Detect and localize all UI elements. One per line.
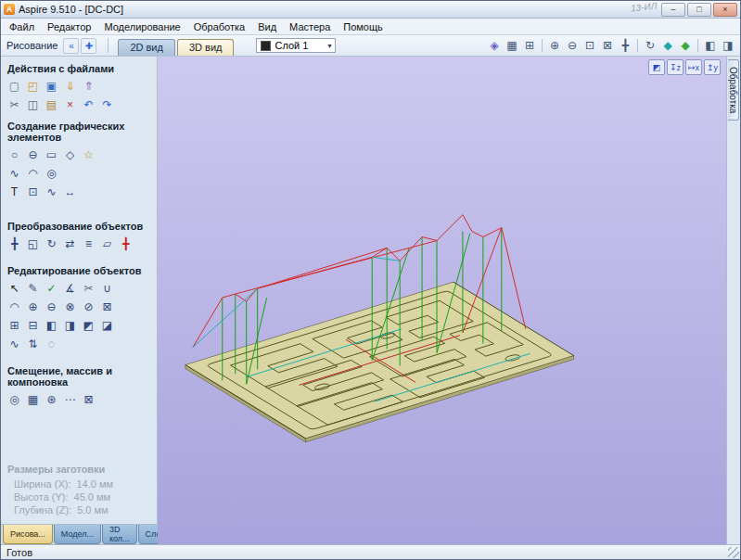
measure-icon[interactable]: ∡ — [61, 280, 79, 297]
toggle-left-panel-icon[interactable]: ◧ — [702, 37, 719, 54]
save-file-icon[interactable]: ▣ — [43, 78, 60, 95]
bottom-tab[interactable]: 3D кол... — [102, 525, 137, 544]
view-along-y-icon[interactable]: ↥y — [704, 59, 721, 75]
export-file-icon[interactable]: ⇑ — [80, 78, 97, 95]
fillet-icon[interactable]: ◠ — [6, 299, 23, 315]
resize-grip[interactable] — [728, 547, 739, 558]
isometric-view-icon[interactable]: ◩ — [648, 59, 665, 75]
toolbar-icon[interactable] — [542, 39, 543, 52]
polyline-icon[interactable]: ∿ — [6, 165, 23, 182]
circular-copy-icon[interactable]: ⊛ — [43, 391, 60, 408]
maximize-button[interactable]: □ — [687, 3, 711, 17]
view-along-z-icon[interactable]: ↧z — [667, 59, 684, 75]
material-setup-icon[interactable]: ◆ — [659, 37, 676, 54]
menu-item[interactable]: Моделирование — [97, 20, 186, 33]
rotate-icon[interactable]: ↻ — [43, 235, 60, 252]
menu-item[interactable]: Файл — [3, 20, 41, 33]
star-icon[interactable]: ☆ — [80, 146, 97, 163]
toolbar-icon[interactable] — [637, 39, 638, 52]
ellipse-icon[interactable]: ⊖ — [24, 146, 42, 163]
menu-item[interactable]: Мастера — [283, 20, 337, 33]
offset-icon[interactable]: ◎ — [6, 391, 23, 408]
weld-icon[interactable]: ⊕ — [24, 299, 42, 315]
distort-icon[interactable]: ▱ — [98, 235, 116, 252]
dimension-icon[interactable]: ↔ — [61, 184, 79, 200]
flip-horizontal-icon[interactable]: ◧ — [43, 317, 60, 334]
open-file-icon[interactable]: ◰ — [24, 78, 42, 95]
spiral-icon[interactable]: ◎ — [43, 165, 60, 182]
paste-icon[interactable]: ▤ — [43, 96, 60, 113]
drawing-panel-label: Рисование — [6, 40, 63, 51]
group-icon[interactable]: ⊞ — [6, 317, 23, 334]
set-size-icon[interactable]: ◱ — [24, 235, 42, 252]
import-file-icon[interactable]: ⇓ — [61, 78, 79, 95]
arc-icon[interactable]: ◠ — [24, 165, 42, 182]
set-datum-icon[interactable]: ╋ — [117, 235, 134, 252]
menu-item[interactable]: Помощь — [337, 20, 390, 33]
close-button[interactable]: × — [713, 3, 737, 17]
bottom-tab[interactable]: Рисова... — [3, 525, 53, 544]
zoom-extents-icon[interactable]: ⊠ — [599, 37, 616, 54]
menu-item[interactable]: Вид — [251, 20, 283, 33]
node-edit-icon[interactable]: ✎ — [24, 280, 42, 297]
join-vectors-icon[interactable]: ∪ — [98, 280, 116, 297]
close-vector-icon[interactable]: ◌ — [43, 336, 60, 352]
polygon-icon[interactable]: ◇ — [61, 146, 79, 163]
layer-select[interactable]: Слой 1 ▾ — [256, 38, 336, 53]
bottom-tab[interactable]: Модел... — [54, 525, 101, 544]
flip-vertical-icon[interactable]: ◨ — [61, 317, 79, 334]
view-tab[interactable]: 2D вид — [118, 39, 175, 56]
ungroup-icon[interactable]: ⊟ — [24, 317, 42, 334]
rectangle-icon[interactable]: ▭ — [43, 146, 60, 163]
curve-fit-icon[interactable]: ∿ — [6, 336, 23, 352]
view-tab[interactable]: 3D вид — [177, 39, 235, 56]
intersect-icon[interactable]: ⊗ — [61, 299, 79, 315]
menu-item[interactable]: Редактор — [41, 20, 97, 33]
text-on-curve-icon[interactable]: ∿ — [43, 184, 60, 200]
text-box-icon[interactable]: ⊡ — [24, 184, 42, 200]
pin-panel-icon[interactable]: ✚ — [81, 38, 96, 54]
redo-icon[interactable]: ↷ — [98, 96, 116, 113]
section-title: Редактирование объектов — [1, 259, 157, 279]
align-icon[interactable]: ≡ — [80, 235, 97, 252]
slice-icon[interactable]: ⊘ — [80, 299, 97, 315]
move-forward-icon[interactable]: ◩ — [80, 317, 97, 334]
copy-along-vector-icon[interactable]: ⋯ — [61, 391, 79, 408]
snap-grid-icon[interactable]: ▦ — [504, 37, 520, 54]
text-icon[interactable]: T — [6, 184, 23, 200]
subtract-icon[interactable]: ⊖ — [43, 299, 60, 315]
crop-icon[interactable]: ⊠ — [98, 299, 116, 315]
menu-item[interactable]: Обработка — [187, 20, 251, 33]
job-size-label: Высота (Y): — [14, 491, 69, 503]
select-cursor-icon[interactable]: ↖ — [6, 280, 23, 297]
zoom-out-icon[interactable]: ⊖ — [564, 37, 581, 54]
snap-objects-icon[interactable]: ◈ — [486, 37, 503, 54]
reverse-direction-icon[interactable]: ⇅ — [24, 336, 42, 352]
mirror-icon[interactable]: ⇄ — [61, 235, 79, 252]
pan-icon[interactable]: ╋ — [617, 37, 633, 54]
new-file-icon[interactable]: ▢ — [6, 78, 23, 95]
cut-icon[interactable]: ✂ — [6, 96, 23, 113]
toolpath-preview-icon[interactable]: ◆ — [677, 37, 694, 54]
toolbar-icon[interactable] — [697, 39, 698, 52]
grid-icon[interactable]: ⊞ — [521, 37, 538, 54]
copy-icon[interactable]: ◫ — [24, 96, 42, 113]
nesting-icon[interactable]: ⊠ — [80, 391, 97, 408]
delete-icon[interactable]: × — [61, 96, 79, 113]
toggle-right-panel-icon[interactable]: ◨ — [720, 37, 736, 54]
3d-view-canvas[interactable]: ◩↧z↦x↥y — [158, 57, 726, 544]
tab-toolpaths[interactable]: Обработка — [728, 59, 739, 121]
undo-icon[interactable]: ↶ — [80, 96, 97, 113]
array-copy-icon[interactable]: ▦ — [24, 391, 42, 408]
zoom-in-icon[interactable]: ⊕ — [546, 37, 563, 54]
move-backward-icon[interactable]: ◪ — [98, 317, 116, 334]
view-along-x-icon[interactable]: ↦x — [685, 59, 702, 75]
minimize-button[interactable]: – — [661, 3, 685, 17]
collapse-panel-icon[interactable]: « — [63, 38, 79, 54]
vector-validator-icon[interactable]: ✓ — [43, 280, 60, 297]
rotate-view-icon[interactable]: ↻ — [642, 37, 658, 54]
circle-icon[interactable]: ○ — [6, 146, 23, 163]
zoom-window-icon[interactable]: ⊡ — [581, 37, 598, 54]
move-icon[interactable]: ╋ — [6, 235, 23, 252]
trim-icon[interactable]: ✂ — [80, 280, 97, 297]
